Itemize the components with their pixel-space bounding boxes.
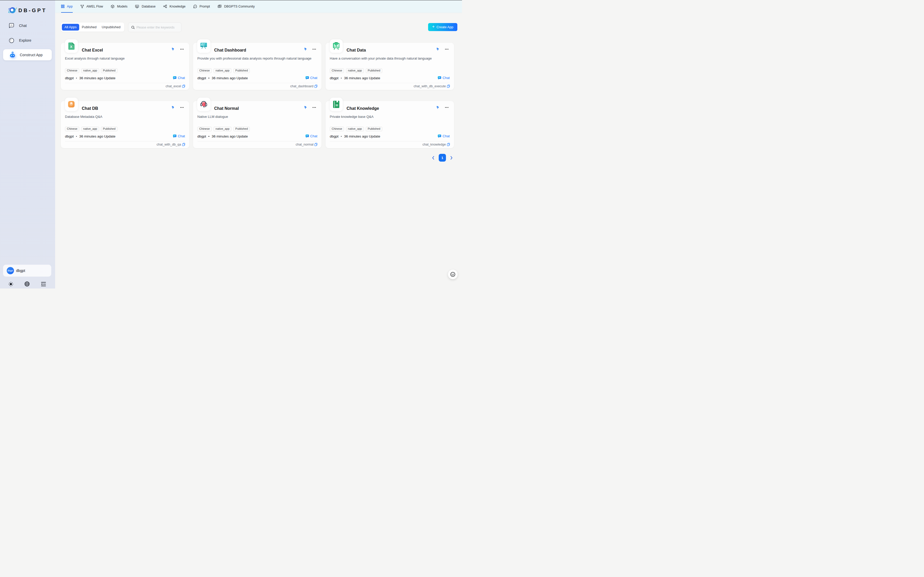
svg-text:X: X bbox=[70, 45, 72, 49]
svg-text:SQL: SQL bbox=[136, 5, 138, 7]
